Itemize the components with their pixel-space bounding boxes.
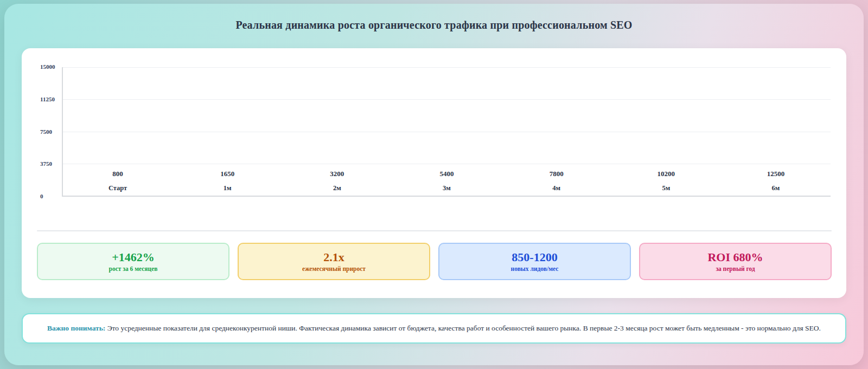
stat-card-growth: +1462%рост за 6 месяцев xyxy=(37,243,229,280)
category-label: 1м xyxy=(173,184,282,192)
bar-value-label: 12500 xyxy=(721,170,831,178)
category-label: 2м xyxy=(282,184,392,192)
stat-card-roi: ROI 680%за первый год xyxy=(639,243,832,280)
traffic-growth-chart: 1500011250750037500 800Старт16501м32002м… xyxy=(40,67,831,197)
chart-card: 1500011250750037500 800Старт16501м32002м… xyxy=(22,48,846,298)
category-label: Старт xyxy=(63,184,173,192)
stat-value: 2.1x xyxy=(323,251,344,263)
bar-value-label: 7800 xyxy=(502,170,611,178)
gradient-background-panel: Реальная динамика роста органического тр… xyxy=(4,4,864,365)
gridline xyxy=(63,132,831,132)
disclaimer-note: Важно понимать: Это усредненные показате… xyxy=(22,313,846,344)
stat-card-monthly: 2.1xежемесячный прирост xyxy=(238,243,430,280)
category-label: 4м xyxy=(502,184,611,192)
y-tick-label: 11250 xyxy=(40,96,55,102)
y-tick-label: 7500 xyxy=(40,128,52,135)
y-axis: 1500011250750037500 xyxy=(40,67,62,197)
stat-label: новых лидов/мес xyxy=(511,266,559,272)
page-title: Реальная динамика роста органического тр… xyxy=(4,19,864,31)
gridline xyxy=(63,99,831,100)
bar-value-label: 800 xyxy=(63,170,173,178)
stat-value: 850-1200 xyxy=(512,251,557,263)
category-label: 3м xyxy=(392,184,501,192)
note-lead: Важно понимать: xyxy=(47,324,105,332)
bar-value-label: 10200 xyxy=(611,170,721,178)
y-tick-label: 15000 xyxy=(40,63,55,70)
category-label: 6м xyxy=(721,184,831,192)
stat-card-leads: 850-1200новых лидов/мес xyxy=(438,243,631,280)
divider xyxy=(37,230,832,231)
stat-value: ROI 680% xyxy=(707,251,763,263)
stat-label: ежемесячный прирост xyxy=(302,266,366,272)
bar-value-label: 1650 xyxy=(173,170,282,178)
note-text: Это усредненные показатели для среднекон… xyxy=(107,324,821,332)
y-tick-label: 3750 xyxy=(40,161,52,167)
stat-label: рост за 6 месяцев xyxy=(109,266,158,272)
gridline xyxy=(63,67,831,68)
gridline xyxy=(63,164,831,164)
stat-value: +1462% xyxy=(112,251,155,263)
bar-value-label: 5400 xyxy=(392,170,501,178)
bar-value-label: 3200 xyxy=(282,170,392,178)
y-tick-label: 0 xyxy=(40,193,43,199)
plot-area: 800Старт16501м32002м54003м78004м102005м1… xyxy=(62,67,831,197)
stat-label: за первый год xyxy=(716,266,755,272)
category-label: 5м xyxy=(611,184,721,192)
stats-row: +1462%рост за 6 месяцев2.1xежемесячный п… xyxy=(37,243,832,280)
